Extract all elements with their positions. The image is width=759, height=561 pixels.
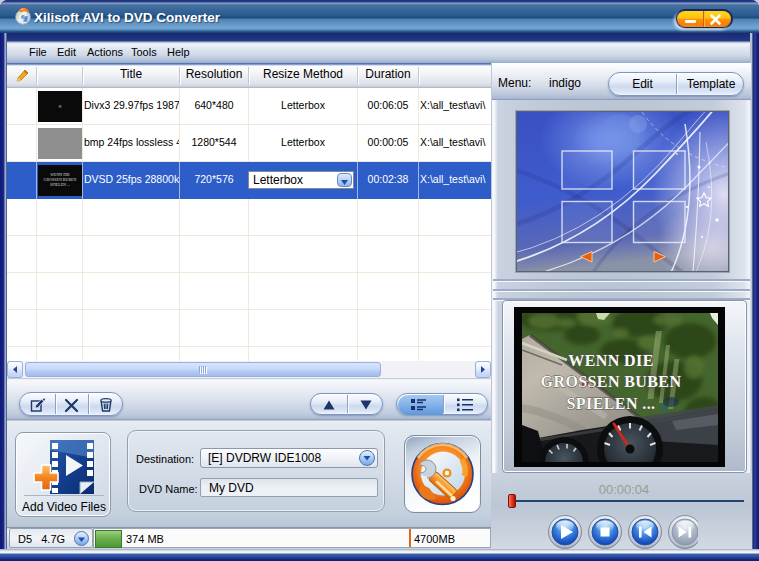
svg-text:GROSSEN BUBEN: GROSSEN BUBEN — [541, 373, 682, 390]
svg-text:WENN DIE: WENN DIE — [568, 352, 653, 369]
svg-text:SPIELEN ...: SPIELEN ... — [567, 395, 656, 412]
